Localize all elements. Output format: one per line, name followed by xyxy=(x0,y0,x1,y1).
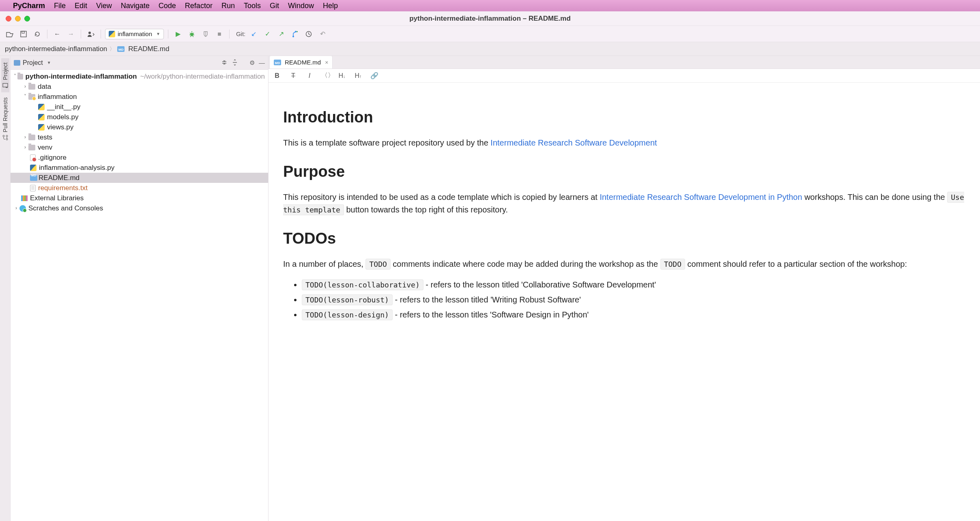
text: - refers to the lesson titled 'Collabora… xyxy=(423,280,656,289)
svg-point-11 xyxy=(3,135,4,137)
svg-rect-1 xyxy=(22,31,24,33)
app-menu[interactable]: PyCharm xyxy=(13,2,45,10)
bold-icon[interactable]: B xyxy=(273,72,282,79)
close-window-button[interactable] xyxy=(6,16,11,21)
tool-tab-project-label: Project xyxy=(2,62,9,80)
menu-help[interactable]: Help xyxy=(323,2,338,10)
code-todo: TODO xyxy=(660,259,685,270)
italic-icon[interactable]: I xyxy=(305,72,314,79)
scratches-icon xyxy=(19,205,26,212)
tree-label: views.py xyxy=(47,122,73,132)
save-all-icon[interactable] xyxy=(18,28,29,40)
breadcrumb-file[interactable]: README.md xyxy=(128,45,169,53)
collapse-all-icon[interactable] xyxy=(221,59,228,66)
list-item: TODO(lesson-robust) - refers to the less… xyxy=(302,294,980,306)
header-decrease-icon[interactable]: H↓ xyxy=(337,72,346,79)
stop-icon[interactable]: ■ xyxy=(214,28,225,40)
menu-git[interactable]: Git xyxy=(270,2,279,10)
menu-window[interactable]: Window xyxy=(288,2,314,10)
link-course[interactable]: Intermediate Research Software Developme… xyxy=(600,193,802,202)
link-intermediate-research[interactable]: Intermediate Research Software Developme… xyxy=(490,138,657,147)
minimize-window-button[interactable] xyxy=(15,16,21,21)
tree-folder-venv[interactable]: › venv xyxy=(11,142,268,152)
tree-label: data xyxy=(38,81,51,92)
git-new-branch-icon[interactable] xyxy=(289,28,301,40)
menu-view[interactable]: View xyxy=(96,2,112,10)
menu-refactor[interactable]: Refactor xyxy=(185,2,213,10)
tree-file-views[interactable]: views.py xyxy=(11,122,268,132)
editor-tab-readme[interactable]: README.md × xyxy=(269,56,333,69)
tree-root-path: ~/work/python-intermediate-inflammation xyxy=(140,71,265,81)
menu-file[interactable]: File xyxy=(54,2,66,10)
code-with-me-icon[interactable] xyxy=(85,28,97,40)
tree-file-requirements[interactable]: requirements.txt xyxy=(11,183,268,193)
project-tree[interactable]: ˅ python-intermediate-inflammation ~/wor… xyxy=(11,70,268,521)
nav-forward-icon[interactable]: → xyxy=(65,28,77,40)
reload-from-disk-icon[interactable] xyxy=(32,28,43,40)
tree-label: requirements.txt xyxy=(38,183,88,193)
git-rollback-icon[interactable]: ↶ xyxy=(317,28,328,40)
svg-point-4 xyxy=(292,36,294,37)
code-todo: TODO xyxy=(365,259,390,270)
chevron-down-icon[interactable]: ▼ xyxy=(47,60,51,65)
tree-root-name: python-intermediate-inflammation xyxy=(26,71,137,81)
tree-file-readme[interactable]: README.md xyxy=(11,173,268,183)
markdown-preview[interactable]: Introduction This is a template software… xyxy=(269,83,980,521)
panel-hide-icon[interactable]: — xyxy=(259,59,265,66)
strikethrough-icon[interactable]: T xyxy=(289,72,298,79)
heading-todos: TODOs xyxy=(283,227,980,251)
nav-back-icon[interactable]: ← xyxy=(52,28,63,40)
tree-folder-tests[interactable]: › tests xyxy=(11,132,268,142)
markdown-file-icon xyxy=(117,46,125,52)
titlebar: python-intermediate-inflammation – READM… xyxy=(0,11,980,26)
header-increase-icon[interactable]: H↑ xyxy=(354,72,363,79)
run-icon[interactable]: ▶ xyxy=(172,28,184,40)
tree-root[interactable]: ˅ python-intermediate-inflammation ~/wor… xyxy=(11,71,268,81)
link-icon[interactable]: 🔗 xyxy=(370,72,379,79)
tree-file-init[interactable]: __init__.py xyxy=(11,102,268,112)
tree-label: External Libraries xyxy=(30,193,84,203)
code-todo-robust: TODO(lesson-robust) xyxy=(302,294,393,305)
git-push-icon[interactable]: ↗ xyxy=(275,28,287,40)
project-panel-title: Project xyxy=(23,59,43,66)
debug-icon[interactable] xyxy=(186,28,198,40)
tree-folder-inflammation[interactable]: ˅ inflammation xyxy=(11,92,268,102)
tool-tab-pull-requests-label: Pull Requests xyxy=(2,97,9,132)
editor-area: README.md × B T I 〈〉 H↓ H↑ 🔗 Introductio… xyxy=(269,56,980,521)
run-config-selector[interactable]: inflammation ▼ xyxy=(105,29,164,39)
close-tab-icon[interactable]: × xyxy=(325,59,328,66)
tree-folder-data[interactable]: › data xyxy=(11,81,268,92)
tree-label: tests xyxy=(38,132,52,142)
expand-all-icon[interactable] xyxy=(232,59,238,66)
tree-scratches[interactable]: › Scratches and Consoles xyxy=(11,203,268,213)
tree-label: models.py xyxy=(47,112,78,122)
zoom-window-button[interactable] xyxy=(24,16,30,21)
code-todo-collab: TODO(lesson-collaborative) xyxy=(302,279,423,290)
tree-label: venv xyxy=(38,142,52,152)
breadcrumb-root[interactable]: python-intermediate-inflammation xyxy=(5,45,107,53)
markdown-file-icon xyxy=(274,60,281,65)
tree-file-models[interactable]: models.py xyxy=(11,112,268,122)
menu-navigate[interactable]: Navigate xyxy=(121,2,150,10)
markdown-toolbar: B T I 〈〉 H↓ H↑ 🔗 xyxy=(269,69,980,83)
tree-external-libraries[interactable]: External Libraries xyxy=(11,193,268,203)
tree-file-gitignore[interactable]: .gitignore xyxy=(11,152,268,163)
menu-code[interactable]: Code xyxy=(159,2,176,10)
git-commit-icon[interactable]: ✓ xyxy=(262,28,273,40)
panel-settings-icon[interactable]: ⚙ xyxy=(249,59,255,66)
menu-edit[interactable]: Edit xyxy=(75,2,87,10)
git-update-icon[interactable]: ↙ xyxy=(248,28,259,40)
tool-tab-pull-requests[interactable]: Pull Requests xyxy=(1,93,9,144)
open-icon[interactable] xyxy=(4,28,15,40)
menu-run[interactable]: Run xyxy=(221,2,235,10)
python-file-icon xyxy=(38,114,45,120)
tree-file-analysis[interactable]: inflammation-analysis.py xyxy=(11,163,268,173)
editor-tab-label: README.md xyxy=(285,59,321,66)
todo-list: TODO(lesson-collaborative) - refers to t… xyxy=(302,279,980,321)
main-toolbar: ← → inflammation ▼ ▶ ■ Git: ↙ ✓ ↗ ↶ xyxy=(0,26,980,42)
tool-tab-project[interactable]: Project xyxy=(1,58,9,92)
git-history-icon[interactable] xyxy=(303,28,314,40)
coverage-icon[interactable] xyxy=(200,28,211,40)
menu-tools[interactable]: Tools xyxy=(244,2,261,10)
code-icon[interactable]: 〈〉 xyxy=(321,71,330,80)
